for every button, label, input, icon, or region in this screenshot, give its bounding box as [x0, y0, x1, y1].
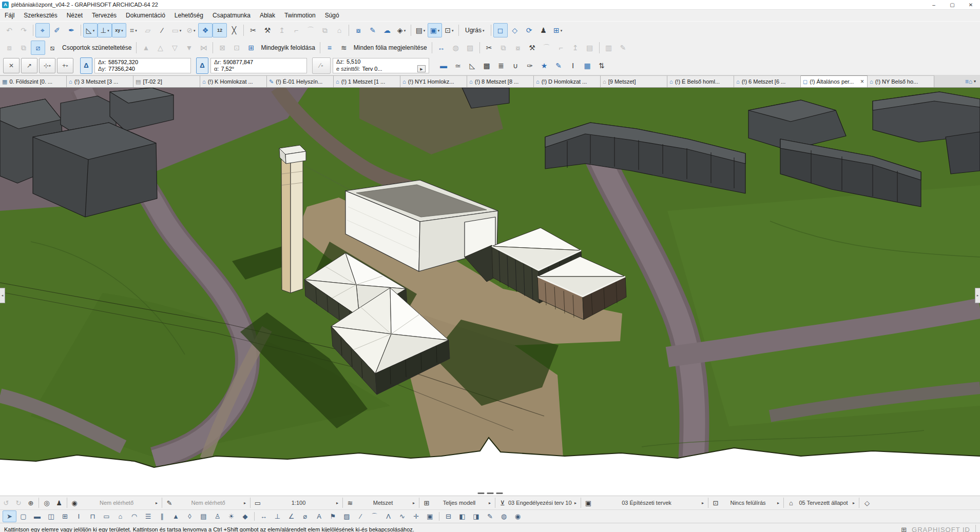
history-back-icon[interactable]: ↺ — [0, 497, 12, 508]
menu-twinmotion[interactable]: Twinmotion — [280, 11, 320, 20]
r-value[interactable]: 590877,847 — [223, 59, 253, 66]
tool-marquee[interactable]: ▢ — [16, 510, 30, 522]
ungroup-icon[interactable]: ⧉ — [16, 41, 31, 55]
tab-1-metszet[interactable]: ⌂ (!) 1 Metszet [1 ... — [334, 75, 400, 87]
gravity-roof-icon[interactable]: ◺ — [465, 58, 479, 73]
tool-label[interactable]: ⚑ — [326, 510, 340, 522]
gravity-shell-icon[interactable]: ▩ — [479, 58, 494, 73]
rotated-grid-icon[interactable]: ▱ — [141, 23, 155, 37]
viewport-3d[interactable]: ◂ ▸ — [0, 88, 980, 496]
z-constraint-button[interactable]: ∕ ▸ — [312, 57, 331, 74]
split-elements-icon[interactable]: ✂ — [482, 41, 496, 55]
renovation-flyout[interactable]: ▸ — [850, 501, 857, 505]
magnet-icon[interactable]: ∪ — [508, 58, 523, 73]
camera-setting[interactable]: Nem elérhető — [80, 500, 153, 506]
renovation-filter[interactable]: 05 Tervezett állapot — [797, 500, 850, 506]
stretch-height-icon[interactable]: ⧇ — [511, 41, 525, 55]
bring-forward-icon[interactable]: △ — [153, 41, 167, 55]
floor-plan-window-icon[interactable]: ▤ ▾ — [413, 23, 428, 37]
tool-angle-dimension[interactable]: ∠ — [284, 510, 298, 522]
layer-combination[interactable]: Metszet — [356, 500, 410, 506]
tab-altalanos-perspektiva[interactable]: ◻ (!) Általános per... × — [801, 75, 868, 87]
tab-3-metszet[interactable]: ⌂ (!) 3 Metszet [3 ... — [67, 75, 133, 87]
menu-ablak[interactable]: Ablak — [255, 11, 280, 20]
menu-lehetoseg[interactable]: Lehetőség — [170, 11, 208, 20]
tool-shell[interactable]: ◠ — [127, 510, 141, 522]
3d-style-icon[interactable]: ◇ — [861, 497, 873, 508]
menu-nezet[interactable]: Nézet — [62, 11, 87, 20]
viewport-scroll-left[interactable]: ◂ — [0, 288, 5, 303]
tool-camera[interactable]: ◉ — [511, 510, 525, 522]
menu-fajl[interactable]: Fájl — [0, 11, 19, 20]
tracker-button[interactable]: ✕ — [3, 58, 20, 73]
orbit-icon[interactable]: ⟳ — [522, 23, 536, 37]
suspend-groups-label[interactable]: Csoportok szüneteltetése — [60, 41, 134, 54]
elevate-icon[interactable]: ↥ — [568, 41, 583, 55]
tool-spline[interactable]: ∿ — [395, 510, 409, 522]
world-origin-icon[interactable]: ◍ — [449, 41, 463, 55]
windows-stack-icon[interactable]: ⊞ — [901, 526, 907, 532]
tab-overflow-button[interactable]: ≡ ⌂ ▾ — [961, 75, 980, 87]
tab-t02-layout[interactable]: ▤ [T-02 2] — [133, 75, 200, 87]
viewport-scroll-right[interactable]: ▸ — [975, 288, 980, 303]
stretch-icon[interactable]: ⧉ — [496, 41, 511, 55]
tab-8-metszet[interactable]: ⌂ (!) 8 Metszet [8 ... — [467, 75, 534, 87]
perspective-icon[interactable]: ◻ — [493, 23, 508, 37]
drawing-scale[interactable]: 1:100 — [263, 500, 334, 506]
arrow-select-icon[interactable]: ⌖ — [35, 23, 50, 37]
tool-hotspot[interactable]: ✛ — [409, 510, 423, 522]
pen-set[interactable]: 03 Engedélyezési terv 100 — [508, 500, 572, 506]
menu-dokumentacio[interactable]: Dokumentáció — [121, 11, 170, 20]
layer-settings-icon[interactable]: ≡ — [322, 41, 337, 55]
tool-level-dimension[interactable]: ⊥ — [271, 510, 284, 522]
camera-flyout[interactable]: ▸ — [153, 501, 160, 505]
marquee-icon[interactable]: ╳ — [227, 23, 241, 37]
tool-railing[interactable]: ∥ — [155, 510, 169, 522]
tool-arc[interactable]: ⌒ — [368, 510, 381, 522]
tool-fill[interactable]: ▨ — [340, 510, 354, 522]
fillet-icon[interactable]: ⌒ — [303, 23, 318, 37]
tool-section[interactable]: ⊟ — [441, 510, 455, 522]
tool-roof[interactable]: ⌂ — [113, 510, 127, 522]
align-icon[interactable]: ↥ — [275, 23, 289, 37]
layers-icon[interactable]: ≋ — [337, 41, 351, 55]
tool-object[interactable]: ♙ — [210, 510, 224, 522]
dimension-standard[interactable]: 03 Építészeti tervek — [594, 500, 699, 506]
tool-elevation[interactable]: ◧ — [455, 510, 469, 522]
tool-interior-elevation[interactable]: ◨ — [469, 510, 483, 522]
reset-order-icon[interactable]: ⋈ — [196, 41, 210, 55]
tool-morph[interactable]: ◆ — [238, 510, 252, 522]
tab-e-belso-homlokzat[interactable]: ⌂ (!) É Belső homl... — [667, 75, 734, 87]
schedule-icon[interactable]: ▦ — [580, 58, 594, 73]
delta-r-toggle[interactable]: Δ — [196, 57, 208, 74]
gravity-mesh-icon[interactable]: ≃ — [451, 58, 465, 73]
knife-icon[interactable]: ∕ — [155, 23, 169, 37]
graphic-override-setting[interactable]: Nem elérhető — [175, 500, 241, 506]
tool-beam[interactable]: ⊓ — [86, 510, 100, 522]
modify-icon[interactable]: ⚒ — [525, 41, 540, 55]
resize-icon[interactable]: ⧉ — [318, 23, 332, 37]
bring-to-front-icon[interactable]: ▲ — [139, 41, 153, 55]
ruler-12-icon[interactable]: 12 — [213, 23, 227, 37]
favorites-icon[interactable]: ★ — [537, 58, 551, 73]
override-setting[interactable]: Nincs felülírás — [721, 500, 775, 506]
explore-model-icon[interactable]: ♟ — [536, 23, 551, 37]
markup-icon[interactable]: ✎ — [366, 23, 380, 37]
inject-parameters-icon[interactable]: ✒ — [64, 23, 79, 37]
z-coordinate-field[interactable]: Δz: 5,510 e szinttől: Terv 0... ▶ — [333, 58, 429, 73]
unlock-all-label[interactable]: Mindegyik feloldása — [258, 41, 317, 54]
split-icon[interactable]: ✂ — [246, 23, 260, 37]
history-forward-icon[interactable]: ↻ — [12, 497, 25, 508]
brush-icon[interactable]: ✑ — [523, 58, 537, 73]
axonometry-icon[interactable]: ◇ — [508, 23, 522, 37]
intersect-icon[interactable]: ⌐ — [289, 23, 303, 37]
layer-flyout[interactable]: ▸ — [410, 501, 417, 505]
anchor-icon[interactable]: ⊘ ▾ — [184, 23, 198, 37]
panel-grip[interactable] — [477, 492, 503, 494]
tool-slab[interactable]: ▭ — [100, 510, 113, 522]
tool-window[interactable]: ⊞ — [58, 510, 72, 522]
show-all-layers-label[interactable]: Minden fólia megjelenítése — [351, 41, 430, 54]
polygon-edit-icon[interactable]: ✎ — [616, 41, 630, 55]
tool-figure[interactable]: ▣ — [423, 510, 437, 522]
tab-ny1-homlokzat[interactable]: ⌂ (!) NY1 Homlokz... — [400, 75, 467, 87]
